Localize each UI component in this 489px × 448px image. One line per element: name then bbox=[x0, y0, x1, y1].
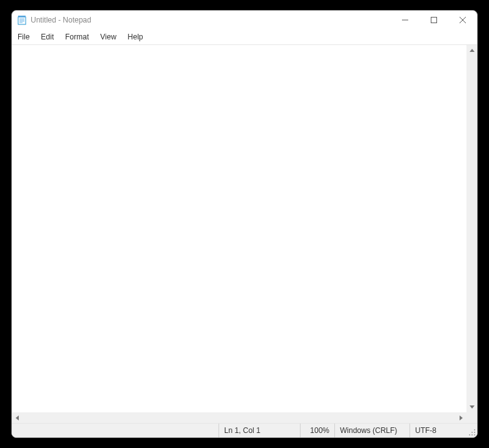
window-controls bbox=[391, 11, 477, 29]
menu-view[interactable]: View bbox=[95, 31, 122, 43]
status-position: Ln 1, Col 1 bbox=[219, 424, 300, 437]
svg-point-24 bbox=[471, 434, 473, 435]
status-zoom: 100% bbox=[300, 424, 334, 437]
scroll-right-icon[interactable] bbox=[456, 412, 466, 423]
window-title: Untitled - Notepad bbox=[31, 16, 91, 24]
minimize-button[interactable] bbox=[391, 11, 420, 29]
svg-point-21 bbox=[474, 432, 475, 433]
text-editor[interactable] bbox=[12, 45, 466, 412]
svg-point-23 bbox=[474, 434, 475, 435]
notepad-icon bbox=[17, 15, 27, 25]
maximize-button[interactable] bbox=[420, 11, 448, 29]
svg-point-22 bbox=[471, 432, 473, 433]
editor-area bbox=[12, 45, 477, 412]
statusbar: Ln 1, Col 1 100% Windows (CRLF) UTF-8 bbox=[12, 423, 477, 437]
menu-help[interactable]: Help bbox=[122, 31, 149, 43]
vertical-scrollbar[interactable] bbox=[466, 45, 477, 412]
scroll-left-icon[interactable] bbox=[12, 412, 23, 423]
menu-format[interactable]: Format bbox=[59, 31, 95, 43]
notepad-window: Untitled - Notepad File Edit Format View… bbox=[11, 10, 478, 438]
scroll-down-icon[interactable] bbox=[466, 402, 477, 412]
svg-marker-19 bbox=[460, 415, 463, 420]
scroll-up-icon[interactable] bbox=[466, 45, 477, 56]
titlebar[interactable]: Untitled - Notepad bbox=[12, 11, 477, 29]
status-encoding: UTF-8 bbox=[409, 424, 466, 437]
svg-marker-18 bbox=[16, 415, 19, 420]
svg-rect-13 bbox=[431, 18, 437, 23]
horizontal-scrollbar[interactable] bbox=[12, 412, 466, 423]
svg-marker-16 bbox=[470, 49, 475, 52]
svg-point-20 bbox=[474, 429, 475, 430]
scroll-corner bbox=[466, 412, 477, 423]
close-button[interactable] bbox=[448, 11, 477, 29]
titlebar-left: Untitled - Notepad bbox=[17, 15, 91, 25]
resize-grip-icon[interactable] bbox=[466, 424, 477, 437]
menubar: File Edit Format View Help bbox=[12, 29, 477, 45]
menu-file[interactable]: File bbox=[12, 31, 35, 43]
svg-marker-17 bbox=[470, 405, 475, 409]
status-line-ending: Windows (CRLF) bbox=[334, 424, 409, 437]
svg-point-25 bbox=[469, 434, 470, 435]
menu-edit[interactable]: Edit bbox=[35, 31, 59, 43]
svg-rect-0 bbox=[18, 17, 26, 24]
